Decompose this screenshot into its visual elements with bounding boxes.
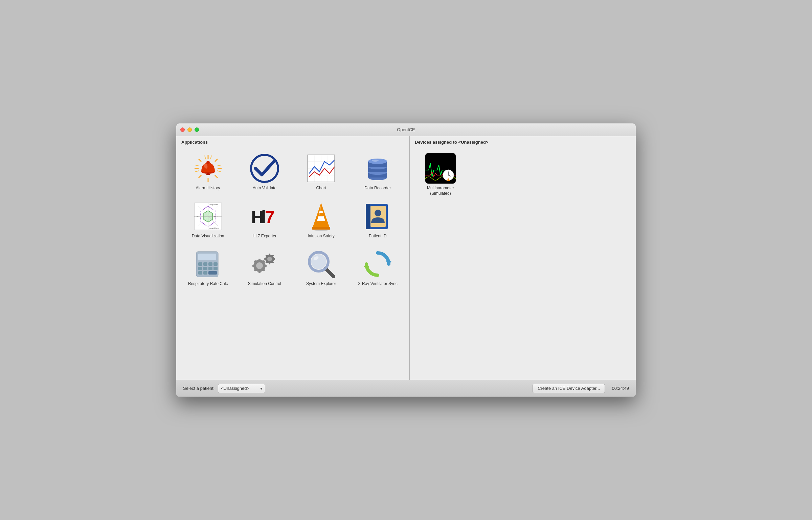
data-recorder-icon [362, 153, 393, 184]
hl7-exporter-label: HL7 Exporter [253, 234, 277, 239]
maximize-button[interactable] [195, 127, 199, 132]
simulation-control-label: Simulation Control [248, 281, 281, 287]
svg-rect-75 [258, 259, 261, 261]
svg-line-6 [199, 175, 201, 178]
svg-marker-50 [313, 203, 330, 228]
svg-rect-68 [208, 267, 212, 270]
svg-rect-70 [198, 271, 202, 275]
auto-validate-icon [249, 153, 280, 184]
svg-rect-81 [252, 265, 255, 267]
minimize-button[interactable] [187, 127, 192, 132]
chart-icon [306, 153, 336, 184]
apps-grid: Alarm History Auto Validate [180, 148, 406, 292]
infusion-safety-icon [306, 201, 336, 232]
app-infusion-safety[interactable]: Infusion Safety [295, 198, 348, 242]
app-respiratory-rate-calc[interactable]: Respiratory Rate Calc [181, 245, 234, 290]
svg-rect-87 [273, 258, 275, 260]
alarm-history-icon [193, 153, 223, 184]
svg-rect-66 [198, 267, 202, 270]
svg-rect-61 [198, 254, 216, 260]
auto-validate-label: Auto Validate [253, 186, 277, 191]
svg-rect-57 [370, 206, 386, 227]
system-explorer-icon [306, 249, 336, 279]
titlebar: OpenICE [176, 123, 636, 136]
devices-panel: Devices assigned to <Unassigned> [410, 136, 636, 380]
app-data-visualization[interactable]: Resp Rate Heart Rate SpO2 CO2 Data Visua… [181, 198, 234, 242]
svg-rect-53 [312, 227, 330, 230]
svg-rect-91 [264, 258, 266, 260]
app-patient-id[interactable]: Patient ID [351, 198, 404, 242]
infusion-safety-label: Infusion Safety [308, 234, 334, 239]
svg-text:CO2: CO2 [195, 215, 199, 217]
simulation-control-icon [249, 249, 280, 279]
svg-text:Heart Rate: Heart Rate [209, 227, 219, 229]
svg-rect-56 [366, 204, 370, 229]
svg-rect-71 [203, 271, 207, 275]
app-xray-ventilator-sync[interactable]: X-Ray Ventilator Sync [351, 245, 404, 290]
svg-rect-72 [208, 271, 217, 275]
data-visualization-icon: Resp Rate Heart Rate SpO2 CO2 [193, 201, 223, 232]
svg-rect-85 [269, 254, 270, 256]
svg-point-16 [206, 161, 210, 164]
svg-text:!: ! [447, 179, 448, 181]
svg-rect-63 [203, 262, 207, 266]
xray-ventilator-sync-label: X-Ray Ventilator Sync [358, 281, 398, 287]
app-system-explorer[interactable]: System Explorer [295, 245, 348, 290]
app-chart[interactable]: Chart [295, 150, 348, 194]
svg-line-12 [195, 165, 199, 166]
app-alarm-history[interactable]: Alarm History [181, 150, 234, 194]
patient-select[interactable]: <Unassigned> [218, 384, 265, 393]
svg-line-11 [217, 171, 221, 172]
app-auto-validate[interactable]: Auto Validate [238, 150, 291, 194]
traffic-lights [180, 127, 199, 132]
main-content: Applications [176, 136, 636, 380]
svg-line-1 [215, 159, 218, 162]
svg-rect-15 [206, 173, 210, 175]
svg-point-74 [256, 262, 263, 269]
svg-point-84 [267, 257, 272, 261]
alarm-history-label: Alarm History [196, 186, 220, 191]
footer-right: Create an ICE Device Adapter... 00:24:49 [533, 384, 629, 393]
svg-marker-51 [317, 216, 325, 221]
svg-rect-67 [203, 267, 207, 270]
svg-rect-89 [269, 262, 270, 264]
app-simulation-control[interactable]: Simulation Control [238, 245, 291, 290]
patient-id-icon [362, 201, 393, 232]
hl7-exporter-icon: H l 7 [249, 201, 280, 232]
svg-line-93 [325, 268, 334, 277]
data-visualization-label: Data Visualization [192, 234, 224, 239]
svg-text:Resp Rate: Resp Rate [209, 204, 219, 206]
applications-panel-title: Applications [180, 140, 406, 145]
multiparameter-simulated-icon: ! [425, 153, 456, 184]
svg-point-34 [372, 160, 379, 162]
main-window: OpenICE Applications [176, 123, 636, 397]
svg-text:7: 7 [265, 207, 275, 227]
svg-line-13 [195, 171, 199, 172]
footer: Select a patient: <Unassigned> ▼ Create … [176, 380, 636, 397]
create-ice-device-adapter-button[interactable]: Create an ICE Device Adapter... [533, 384, 605, 393]
close-button[interactable] [180, 127, 185, 132]
data-recorder-label: Data Recorder [364, 186, 391, 191]
app-hl7-exporter[interactable]: H l 7 HL7 Exporter [238, 198, 291, 242]
window-title: OpenICE [397, 127, 415, 132]
devices-panel-title: Devices assigned to <Unassigned> [413, 140, 632, 145]
svg-text:SpO2: SpO2 [213, 215, 219, 217]
device-multiparameter-simulated[interactable]: ! Multiparameter(Simulated) [415, 150, 466, 199]
app-data-recorder[interactable]: Data Recorder [351, 150, 404, 194]
svg-rect-64 [208, 262, 212, 266]
svg-line-8 [205, 156, 206, 159]
devices-grid: ! Multiparameter(Simulated) [413, 148, 632, 201]
svg-rect-79 [258, 270, 261, 273]
svg-rect-65 [213, 262, 218, 266]
select-patient-label: Select a patient: [183, 386, 215, 391]
multiparameter-simulated-label: Multiparameter(Simulated) [427, 186, 454, 196]
svg-point-95 [311, 254, 326, 269]
svg-line-10 [217, 165, 221, 166]
system-explorer-label: System Explorer [306, 281, 336, 287]
footer-time: 00:24:49 [612, 386, 629, 391]
xray-ventilator-sync-icon [362, 249, 393, 279]
svg-rect-62 [198, 262, 202, 266]
svg-point-58 [375, 210, 381, 216]
respiratory-rate-calc-icon [193, 249, 223, 279]
svg-rect-69 [213, 267, 218, 270]
